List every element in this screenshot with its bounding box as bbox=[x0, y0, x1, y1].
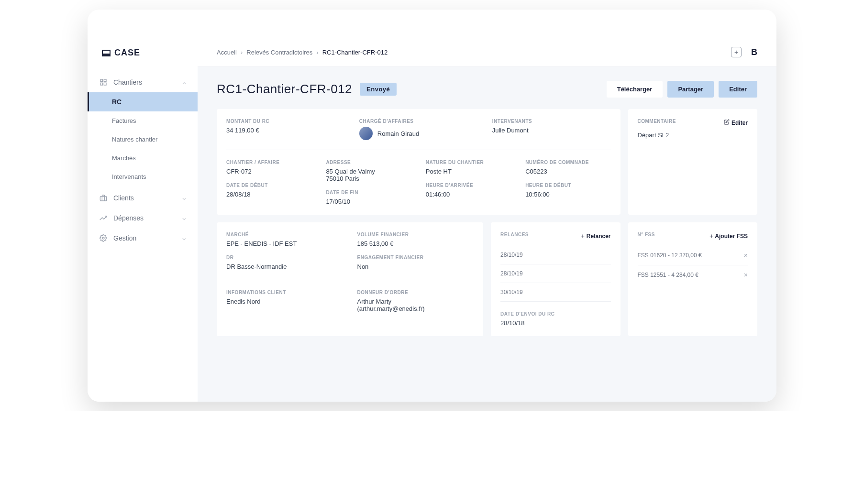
add-link-label: Relancer bbox=[587, 233, 611, 240]
list-item: 28/10/19 bbox=[500, 246, 611, 264]
field-value: 28/10/18 bbox=[500, 319, 611, 327]
market-card: MARCHÉ EPE - ENEDIS - IDF EST DR DR Bass… bbox=[217, 222, 483, 336]
field-value: 75010 Paris bbox=[326, 175, 411, 182]
field-label: HEURE DE DÉBUT bbox=[525, 183, 610, 188]
list-item: 28/10/19 bbox=[500, 264, 611, 283]
briefcase-icon bbox=[99, 194, 108, 202]
field-value: 34 119,00 € bbox=[226, 127, 345, 134]
comment-text: Départ SL2 bbox=[638, 131, 748, 139]
list-item: FSS 01620 - 12 370,00 € × bbox=[638, 246, 748, 265]
field-value: 85 Quai de Valmy bbox=[326, 168, 411, 175]
field-label: ADRESSE bbox=[326, 160, 411, 165]
breadcrumb-separator: › bbox=[316, 49, 318, 56]
add-fss-button[interactable]: + Ajouter FSS bbox=[709, 233, 748, 240]
sidebar-item-natures[interactable]: Natures chantier bbox=[88, 130, 198, 149]
relances-card: RELANCES + Relancer 28/10/19 28/10/19 bbox=[491, 222, 620, 336]
field-label: INFORMATIONS CLIENT bbox=[226, 290, 343, 295]
add-relance-button[interactable]: + Relancer bbox=[581, 233, 611, 240]
list-item-text: 28/10/19 bbox=[500, 270, 523, 277]
field-label: NUMÉRO DE COMMNADE bbox=[525, 160, 610, 165]
list-item: FSS 12551 - 4 284,00 € × bbox=[638, 265, 748, 285]
sidebar-item-label: Natures chantier bbox=[112, 136, 157, 143]
field-label: CHANTIER / AFFAIRE bbox=[226, 160, 311, 165]
field-value: Enedis Nord bbox=[226, 298, 343, 305]
list-item-text: 30/10/19 bbox=[500, 289, 523, 296]
divider bbox=[226, 280, 474, 280]
add-button[interactable]: + bbox=[731, 47, 742, 57]
plus-icon: + bbox=[709, 233, 713, 240]
sidebar-item-label: Factures bbox=[112, 117, 136, 124]
plus-icon: + bbox=[581, 233, 585, 240]
sidebar-item-label: Chantiers bbox=[113, 78, 142, 86]
edit-button[interactable]: Editer bbox=[719, 81, 757, 98]
field-label: MONTANT DU RC bbox=[226, 119, 345, 124]
field-label: CHARGÉ D'AFFAIRES bbox=[359, 119, 478, 124]
sidebar-item-rc[interactable]: RC bbox=[88, 92, 198, 111]
status-badge: Envoyé bbox=[360, 83, 397, 96]
chevron-down-icon bbox=[181, 216, 186, 220]
main-content: Accueil › Relevés Contradictoires › RC1-… bbox=[198, 38, 776, 402]
breadcrumb-separator: › bbox=[241, 49, 243, 56]
field-label: DATE DE FIN bbox=[326, 190, 411, 195]
field-value: Non bbox=[357, 263, 474, 270]
svg-rect-4 bbox=[100, 197, 106, 201]
field-label: DATE DE DÉBUT bbox=[226, 183, 311, 188]
edit-link-label: Editer bbox=[731, 120, 748, 126]
brand-badge[interactable]: B bbox=[751, 47, 757, 57]
remove-fss-button[interactable]: × bbox=[744, 271, 748, 279]
field-label: DR bbox=[226, 255, 343, 260]
sidebar-item-gestion[interactable]: Gestion bbox=[88, 228, 198, 248]
field-label: N° FSS bbox=[638, 232, 655, 237]
sidebar-item-label: Gestion bbox=[113, 234, 136, 242]
list-item: 30/10/19 bbox=[500, 283, 611, 302]
gear-icon bbox=[99, 234, 108, 242]
field-label: DONNEUR D'ORDRE bbox=[357, 290, 474, 295]
field-value: Arthur Marty bbox=[357, 298, 474, 305]
field-value: DR Basse-Normandie bbox=[226, 263, 343, 270]
field-value: 17/05/10 bbox=[326, 198, 411, 205]
field-value: CFR-072 bbox=[226, 168, 311, 175]
field-label: HEURE D'ARRIVÉE bbox=[426, 183, 511, 188]
field-label: COMMENTAIRE bbox=[638, 119, 676, 124]
sidebar-item-intervenants[interactable]: Intervenants bbox=[88, 167, 198, 186]
breadcrumb: Accueil › Relevés Contradictoires › RC1-… bbox=[217, 49, 388, 56]
field-value: 10:56:00 bbox=[525, 191, 610, 198]
field-value: EPE - ENEDIS - IDF EST bbox=[226, 240, 343, 247]
remove-fss-button[interactable]: × bbox=[744, 252, 748, 259]
edit-icon bbox=[724, 119, 730, 126]
download-button[interactable]: Télécharger bbox=[607, 81, 663, 98]
sidebar-item-depenses[interactable]: Dépenses bbox=[88, 208, 198, 228]
chevron-down-icon bbox=[181, 236, 186, 241]
list-item-text: 28/10/19 bbox=[500, 252, 523, 258]
field-label: VOLUME FINANCIER bbox=[357, 232, 474, 237]
field-label: ENGAGEMENT FINANCIER bbox=[357, 255, 474, 260]
chevron-down-icon bbox=[181, 196, 186, 200]
field-value: Poste HT bbox=[426, 168, 511, 175]
sidebar-item-label: Clients bbox=[113, 194, 134, 202]
edit-comment-button[interactable]: Editer bbox=[724, 119, 748, 126]
field-label: MARCHÉ bbox=[226, 232, 343, 237]
sidebar-item-marches[interactable]: Marchés bbox=[88, 149, 198, 167]
plus-icon: + bbox=[734, 48, 738, 56]
svg-rect-2 bbox=[100, 83, 103, 85]
grid-icon bbox=[99, 78, 108, 87]
field-label: NATURE DU CHANTIER bbox=[426, 160, 511, 165]
share-button[interactable]: Partager bbox=[667, 81, 714, 98]
list-item-text: FSS 01620 - 12 370,00 € bbox=[638, 252, 702, 259]
field-value: Romain Giraud bbox=[377, 130, 419, 137]
svg-rect-3 bbox=[104, 83, 106, 85]
avatar bbox=[359, 127, 373, 140]
field-value: C05223 bbox=[525, 168, 610, 175]
chevron-up-icon bbox=[181, 80, 186, 85]
trending-icon bbox=[99, 214, 108, 222]
comment-card: COMMENTAIRE Editer Départ SL2 bbox=[628, 109, 758, 215]
field-label: RELANCES bbox=[500, 232, 529, 237]
sidebar-item-clients[interactable]: Clients bbox=[88, 188, 198, 208]
list-item-text: FSS 12551 - 4 284,00 € bbox=[638, 272, 698, 278]
sidebar-item-factures[interactable]: Factures bbox=[88, 111, 198, 130]
breadcrumb-home[interactable]: Accueil bbox=[217, 49, 237, 56]
topbar: Accueil › Relevés Contradictoires › RC1-… bbox=[198, 38, 776, 66]
fss-card: N° FSS + Ajouter FSS FSS 01620 - 12 370,… bbox=[628, 222, 758, 336]
sidebar-item-chantiers[interactable]: Chantiers bbox=[88, 72, 198, 92]
breadcrumb-section[interactable]: Relevés Contradictoires bbox=[246, 49, 312, 56]
